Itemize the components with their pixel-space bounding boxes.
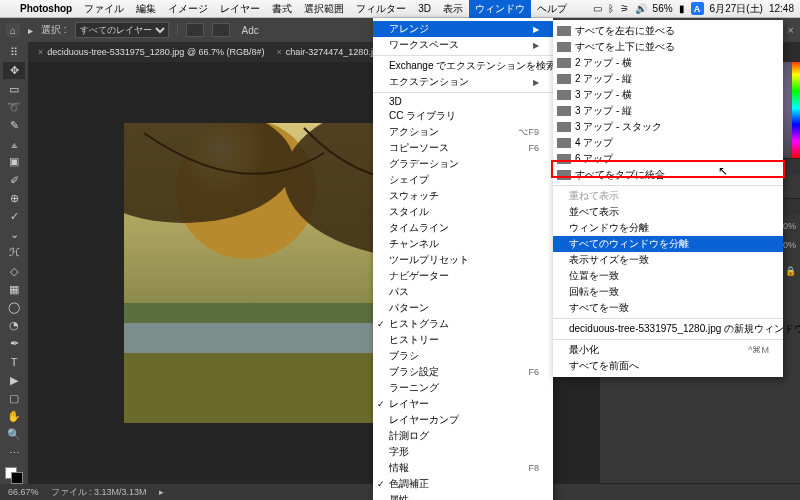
gradient-tool[interactable]: ▦ — [3, 281, 25, 298]
menu-item[interactable]: ツールプリセット — [373, 252, 553, 268]
color-swatch[interactable] — [5, 467, 23, 484]
file-size: 3.13M/3.13M — [94, 487, 147, 497]
chevron-right-icon[interactable]: ▸ — [159, 487, 164, 497]
hand-tool[interactable]: ✋ — [3, 408, 25, 425]
zoom-level[interactable]: 66.67% — [8, 487, 39, 497]
menu-item[interactable]: パターン — [373, 300, 553, 316]
menu-item[interactable]: 回転を一致 — [553, 284, 783, 300]
menu-window[interactable]: ウィンドウ — [469, 0, 531, 18]
menu-select[interactable]: 選択範囲 — [298, 0, 350, 18]
menu-item[interactable]: 3D — [373, 95, 553, 108]
input-source-icon[interactable]: A — [691, 2, 704, 15]
menu-view[interactable]: 表示 — [437, 0, 469, 18]
menu-item[interactable]: タイムライン — [373, 220, 553, 236]
healing-tool[interactable]: ⊕ — [3, 190, 25, 207]
menu-item[interactable]: シェイプ — [373, 172, 553, 188]
menu-item[interactable]: ✓色調補正 — [373, 476, 553, 492]
menu-filter[interactable]: フィルター — [350, 0, 412, 18]
layout-icon — [557, 138, 571, 148]
menu-layer[interactable]: レイヤー — [214, 0, 266, 18]
dodge-tool[interactable]: ◔ — [3, 317, 25, 334]
menu-item[interactable]: 4 アップ — [553, 135, 783, 151]
menu-item[interactable]: ウィンドウを分離 — [553, 220, 783, 236]
menu-item[interactable]: 最小化^⌘M — [553, 342, 783, 358]
type-tool[interactable]: T — [3, 353, 25, 370]
menu-item[interactable]: コピーソースF6 — [373, 140, 553, 156]
hue-slider[interactable] — [792, 58, 800, 158]
menu-item[interactable]: すべてを上下に並べる — [553, 39, 783, 55]
menu-item[interactable]: 並べて表示 — [553, 204, 783, 220]
eraser-tool[interactable]: ◇ — [3, 262, 25, 279]
menu-item[interactable]: 6 アップ — [553, 151, 783, 167]
menu-item[interactable]: ブラシ設定F6 — [373, 364, 553, 380]
lasso-tool[interactable]: ➰ — [3, 99, 25, 116]
menu-3d[interactable]: 3D — [412, 0, 437, 18]
menu-item[interactable]: ヒストリー — [373, 332, 553, 348]
menu-item[interactable]: 計測ログ — [373, 428, 553, 444]
home-button[interactable]: ⌂ — [6, 23, 20, 37]
menu-item[interactable]: すべてを前面へ — [553, 358, 783, 374]
menu-file[interactable]: ファイル — [78, 0, 130, 18]
tab-close-icon[interactable]: × — [38, 47, 43, 57]
menu-item[interactable]: ワークスペース▶ — [373, 37, 553, 53]
edit-toolbar[interactable]: ⋯ — [3, 444, 25, 461]
quick-select-tool[interactable]: ✎ — [3, 117, 25, 134]
menu-item[interactable]: 字形 — [373, 444, 553, 460]
frame-tool[interactable]: ▣ — [3, 153, 25, 170]
history-brush-tool[interactable]: ℋ — [3, 244, 25, 261]
menu-item[interactable]: ラーニング — [373, 380, 553, 396]
menu-item[interactable]: 2 アップ - 横 — [553, 55, 783, 71]
menu-item[interactable]: アレンジ▶ — [373, 21, 553, 37]
menu-item[interactable]: 2 アップ - 縦 — [553, 71, 783, 87]
menu-item[interactable]: 表示サイズを一致 — [553, 252, 783, 268]
tab-close-icon[interactable]: × — [277, 47, 282, 57]
menu-item[interactable]: ナビゲーター — [373, 268, 553, 284]
crop-tool[interactable]: ⟁ — [3, 135, 25, 152]
menubar-app[interactable]: Photoshop — [14, 0, 78, 18]
menu-item[interactable]: パス — [373, 284, 553, 300]
menu-item[interactable]: 位置を一致 — [553, 268, 783, 284]
eyedropper-tool[interactable]: ✐ — [3, 171, 25, 188]
menu-item[interactable]: 情報F8 — [373, 460, 553, 476]
menu-item[interactable]: すべてのウィンドウを分離 — [553, 236, 783, 252]
menu-item[interactable]: レイヤーカンプ — [373, 412, 553, 428]
document-tab[interactable]: ×deciduous-tree-5331975_1280.jpg @ 66.7%… — [34, 47, 269, 57]
menu-item[interactable]: グラデーション — [373, 156, 553, 172]
menu-item[interactable]: スタイル — [373, 204, 553, 220]
menu-item[interactable]: すべてをタブに統合 — [553, 167, 783, 183]
align-button-1[interactable] — [186, 23, 204, 37]
menu-item[interactable]: deciduous-tree-5331975_1280.jpg の新規ウィンドウ — [553, 321, 783, 337]
menu-item[interactable]: チャンネル — [373, 236, 553, 252]
menu-item[interactable]: 属性 — [373, 492, 553, 500]
menu-item[interactable]: 3 アップ - スタック — [553, 119, 783, 135]
menu-item[interactable]: CC ライブラリ — [373, 108, 553, 124]
menu-item[interactable]: すべてを一致 — [553, 300, 783, 316]
menu-image[interactable]: イメージ — [162, 0, 214, 18]
layer-select[interactable]: すべてのレイヤー — [75, 22, 169, 38]
stamp-tool[interactable]: ⌄ — [3, 226, 25, 243]
align-button-2[interactable] — [212, 23, 230, 37]
menu-item[interactable]: アクション⌥F9 — [373, 124, 553, 140]
menu-item[interactable]: ✓ヒストグラム — [373, 316, 553, 332]
menu-item[interactable]: エクステンション▶ — [373, 74, 553, 90]
path-select-tool[interactable]: ▶ — [3, 372, 25, 389]
menu-item[interactable]: Exchange でエクステンションを検索... — [373, 58, 553, 74]
brush-tool[interactable]: ✓ — [3, 208, 25, 225]
close-icon[interactable]: × — [788, 24, 794, 36]
menu-type[interactable]: 書式 — [266, 0, 298, 18]
menu-item[interactable]: 3 アップ - 縦 — [553, 103, 783, 119]
options-select-label: 選択 : — [41, 23, 67, 37]
menu-item[interactable]: ブラシ — [373, 348, 553, 364]
marquee-tool[interactable]: ▭ — [3, 80, 25, 97]
shape-tool[interactable]: ▢ — [3, 390, 25, 407]
menu-item[interactable]: すべてを左右に並べる — [553, 23, 783, 39]
move-tool[interactable]: ✥ — [3, 62, 25, 79]
menu-item[interactable]: 3 アップ - 横 — [553, 87, 783, 103]
blur-tool[interactable]: ◯ — [3, 299, 25, 316]
menu-help[interactable]: ヘルプ — [531, 0, 573, 18]
zoom-tool[interactable]: 🔍 — [3, 426, 25, 443]
menu-item[interactable]: ✓レイヤー — [373, 396, 553, 412]
menu-item[interactable]: スウォッチ — [373, 188, 553, 204]
menu-edit[interactable]: 編集 — [130, 0, 162, 18]
pen-tool[interactable]: ✒ — [3, 335, 25, 352]
